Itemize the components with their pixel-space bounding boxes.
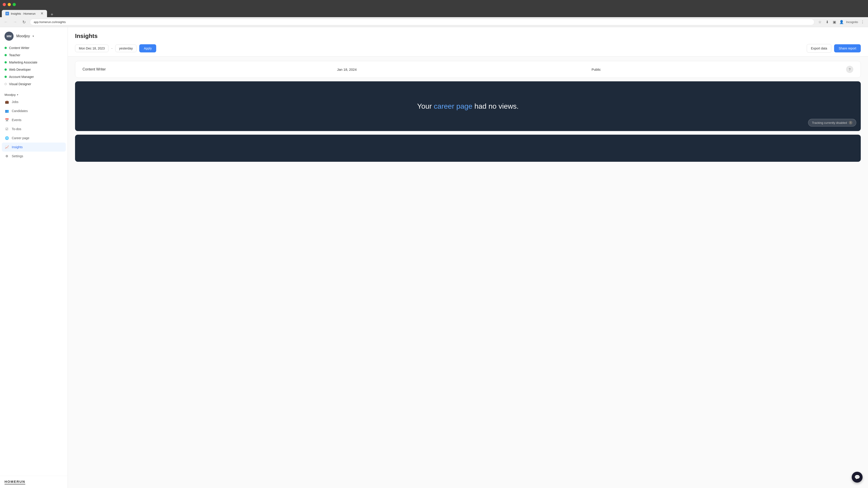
nav-item-label: Settings: [12, 154, 23, 158]
close-window-button[interactable]: [3, 3, 6, 6]
sidebar-job-item[interactable]: Teacher: [2, 52, 66, 59]
company-dropdown-icon[interactable]: ▾: [33, 35, 34, 38]
tab-close-button[interactable]: ✕: [40, 12, 43, 15]
sidebar-item-events[interactable]: 📅Events: [2, 116, 66, 125]
calendar-icon: 📅: [4, 118, 9, 122]
nav-item-label: Candidates: [12, 109, 28, 113]
job-status-dot: [4, 47, 7, 49]
globe-icon: 🌐: [4, 136, 9, 140]
back-button[interactable]: ←: [3, 19, 9, 25]
job-status: Public: [592, 68, 837, 71]
section-company-name: Moodjoy: [4, 93, 16, 96]
job-status-dot: [4, 54, 7, 56]
sidebar-job-item[interactable]: Account Manager: [2, 73, 66, 80]
nav-items: 💼Jobs👥Candidates📅Events☑To-dos🌐Career pa…: [0, 97, 68, 161]
sidebar-item-career-page[interactable]: 🌐Career page: [2, 133, 66, 142]
content-body: Content Writer Jan 18, 2024 Public ? You…: [68, 57, 868, 166]
apply-button[interactable]: Apply: [139, 44, 156, 53]
job-item-label: Content Writer: [9, 46, 29, 50]
title-bar: [0, 0, 868, 9]
chat-button[interactable]: 💬: [852, 472, 863, 483]
users-icon: 👥: [4, 109, 9, 113]
sidebar-footer: HOMERUN: [0, 476, 68, 488]
sidebar-job-item[interactable]: Content Writer: [2, 44, 66, 52]
tab-title: Insights · Homerun: [11, 12, 35, 15]
career-text-after: had no views.: [472, 102, 519, 110]
address-bar: ← → ↻ app.homerun.co/insights ☆ ⬇ ▣ 👤 In…: [0, 17, 868, 27]
tracking-status-icon: !: [849, 121, 852, 125]
sidebar: MM Moodjoy ▾ Content WriterTeacherMarket…: [0, 27, 68, 488]
tab-favicon: H: [5, 12, 9, 15]
download-icon[interactable]: ⬇: [825, 20, 830, 25]
forward-button[interactable]: →: [12, 19, 18, 25]
gear-icon: ⚙: [4, 154, 9, 158]
split-view-icon[interactable]: ▣: [832, 20, 837, 25]
job-item-label: Visual Designer: [9, 82, 31, 86]
career-page-link[interactable]: career page: [434, 102, 472, 110]
homerun-logo: HOMERUN: [4, 480, 25, 484]
profile-icon[interactable]: 👤: [839, 20, 844, 25]
nav-item-label: Events: [12, 118, 22, 122]
job-name: Content Writer: [83, 67, 328, 71]
share-report-button[interactable]: Share report: [834, 44, 861, 53]
sidebar-item-jobs[interactable]: 💼Jobs: [2, 97, 66, 106]
job-status-dot: [4, 68, 7, 71]
check-square-icon: ☑: [4, 127, 9, 131]
date-to-value: yesterday: [119, 46, 133, 50]
briefcase-icon: 💼: [4, 100, 9, 104]
company-name: Moodjoy: [16, 34, 30, 38]
menu-icon[interactable]: ⋮: [860, 20, 865, 25]
job-item-label: Teacher: [9, 53, 20, 57]
nav-item-label: To-dos: [12, 127, 21, 131]
tab-bar: H Insights · Homerun ✕ +: [0, 9, 868, 17]
job-status-dot: [4, 76, 7, 78]
minimize-window-button[interactable]: [8, 3, 11, 6]
sidebar-item-todos[interactable]: ☑To-dos: [2, 125, 66, 133]
sidebar-item-candidates[interactable]: 👥Candidates: [2, 106, 66, 116]
address-actions: ☆ ⬇ ▣ 👤 Incognito ⋮: [817, 20, 865, 25]
toolbar: Mon Dec 18, 2023 - yesterday Apply Expor…: [75, 44, 861, 56]
url-bar[interactable]: app.homerun.co/insights: [30, 19, 814, 25]
window-controls: [3, 3, 16, 6]
date-to-input[interactable]: yesterday: [115, 44, 137, 52]
avatar-initials: MM: [6, 35, 11, 38]
job-row: Content Writer Jan 18, 2024 Public ?: [75, 61, 861, 77]
job-list: Content WriterTeacherMarketing Associate…: [0, 44, 68, 88]
tracking-label: Tracking currently disabled: [812, 121, 847, 125]
sidebar-header: MM Moodjoy ▾: [0, 27, 68, 44]
job-date: Jan 18, 2024: [337, 68, 583, 71]
sidebar-job-item[interactable]: Web Developer: [2, 66, 66, 73]
avatar: MM: [4, 32, 13, 41]
career-views-panel: Your career page had no views. Tracking …: [75, 81, 861, 131]
maximize-window-button[interactable]: [13, 3, 16, 6]
browser-chrome: H Insights · Homerun ✕ + ← → ↻ app.homer…: [0, 0, 868, 27]
career-message: Your career page had no views.: [417, 102, 519, 110]
nav-item-label: Jobs: [12, 100, 19, 104]
sidebar-section-label: Moodjoy ▾: [0, 91, 68, 97]
new-tab-button[interactable]: +: [49, 12, 55, 17]
nav-item-label: Career page: [12, 136, 29, 140]
reload-button[interactable]: ↻: [21, 19, 27, 25]
sidebar-job-item[interactable]: Visual Designer: [2, 80, 66, 88]
job-item-label: Account Manager: [9, 75, 34, 78]
browser-tab[interactable]: H Insights · Homerun ✕: [2, 10, 47, 17]
second-dark-panel: [75, 135, 861, 162]
job-row-panel: Content Writer Jan 18, 2024 Public ?: [75, 61, 861, 78]
main-content: Insights Mon Dec 18, 2023 - yesterday Ap…: [68, 27, 868, 488]
help-icon[interactable]: ?: [846, 66, 853, 73]
toolbar-right: Export data Share report: [807, 44, 861, 53]
url-text: app.homerun.co/insights: [34, 20, 811, 24]
date-from-input[interactable]: Mon Dec 18, 2023: [75, 44, 108, 52]
nav-item-label: Insights: [12, 145, 23, 149]
incognito-label: Incognito: [846, 20, 858, 24]
sidebar-job-item[interactable]: Marketing Associate: [2, 59, 66, 66]
export-button[interactable]: Export data: [807, 44, 832, 53]
date-separator: -: [111, 46, 112, 51]
tracking-badge: Tracking currently disabled !: [808, 119, 856, 127]
sidebar-item-settings[interactable]: ⚙Settings: [2, 152, 66, 161]
app-layout: MM Moodjoy ▾ Content WriterTeacherMarket…: [0, 27, 868, 488]
date-from-value: Mon Dec 18, 2023: [79, 46, 105, 50]
bookmark-icon[interactable]: ☆: [817, 20, 823, 25]
sidebar-item-insights[interactable]: 📈Insights: [2, 142, 66, 152]
job-status-dot: [4, 61, 7, 64]
